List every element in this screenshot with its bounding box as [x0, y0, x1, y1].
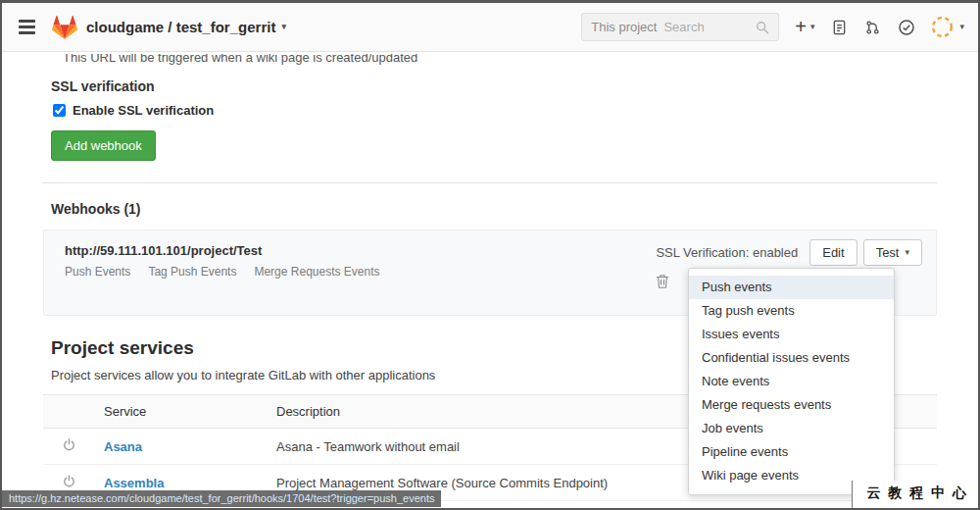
status-column-header [43, 395, 94, 429]
section-divider [43, 182, 937, 183]
chevron-down-icon: ▾ [959, 23, 964, 31]
ssl-verification-heading: SSL verification [51, 78, 929, 94]
plus-icon: + [795, 16, 807, 38]
power-icon [63, 438, 75, 451]
ssl-checkbox-label: Enable SSL verification [73, 103, 214, 118]
service-link[interactable]: Asana [104, 439, 142, 454]
test-webhook-button[interactable]: Test ▾ [863, 239, 922, 266]
ssl-verification-checkbox[interactable] [53, 104, 66, 117]
project-breadcrumb[interactable]: cloudgame / test_for_gerrit ▾ [86, 19, 286, 35]
menu-item-push-events[interactable]: Push events [689, 276, 894, 299]
webhook-event-label: Push Events [65, 265, 130, 279]
project-title-text: cloudgame / test_for_gerrit [86, 19, 275, 35]
trash-icon [656, 274, 669, 289]
service-status-cell [43, 429, 94, 465]
search-box[interactable]: This project [581, 13, 779, 41]
test-trigger-menu: Push events Tag push events Issues event… [688, 268, 895, 495]
search-icon [756, 21, 769, 34]
test-button-label: Test [876, 245, 900, 260]
menu-item-job-events[interactable]: Job events [689, 417, 894, 440]
menu-item-tag-push-events[interactable]: Tag push events [689, 299, 894, 323]
browser-viewport: cloudgame / test_for_gerrit ▾ This proje… [0, 0, 980, 510]
webhook-actions: SSL Verification: enabled Edit Test ▾ [656, 239, 922, 266]
ssl-verification-row: Enable SSL verification [53, 103, 929, 118]
search-context-label: This project [591, 20, 657, 34]
webhook-event-label: Tag Push Events [148, 265, 236, 279]
clipped-hint-row: This URL will be triggered when a wiki p… [63, 54, 929, 66]
link-preview-statusbar: https://g.hz.netease.com/cloudgame/test_… [2, 490, 441, 507]
new-dropdown-button[interactable]: + ▾ [795, 16, 814, 38]
menu-toggle-button[interactable] [10, 12, 44, 42]
gitlab-logo-icon[interactable] [52, 16, 77, 39]
merge-requests-icon[interactable] [864, 19, 881, 36]
chevron-down-icon: ▾ [905, 248, 909, 257]
power-icon [63, 475, 75, 487]
menu-item-merge-requests-events[interactable]: Merge requests events [689, 393, 894, 417]
webhook-event-label: Merge Requests Events [254, 265, 379, 279]
chevron-down-icon: ▾ [281, 23, 286, 31]
todos-icon[interactable] [898, 19, 915, 36]
edit-webhook-button[interactable]: Edit [809, 239, 857, 266]
webhooks-heading: Webhooks (1) [51, 201, 929, 217]
menu-item-issues-events[interactable]: Issues events [689, 323, 894, 346]
delete-webhook-button[interactable] [656, 274, 669, 289]
service-column-header: Service [94, 395, 267, 429]
service-link[interactable]: Assembla [104, 476, 164, 490]
issues-icon[interactable] [831, 19, 848, 36]
avatar-spinner[interactable] [931, 16, 954, 38]
menu-item-pipeline-events[interactable]: Pipeline events [689, 440, 894, 464]
menu-item-note-events[interactable]: Note events [689, 370, 894, 393]
ssl-status-text: SSL Verification: enabled [656, 245, 798, 260]
watermark-badge: 云 教 程 中 心 [852, 481, 978, 508]
wiki-hook-hint-text: This URL will be triggered when a wiki p… [63, 54, 929, 65]
add-webhook-button[interactable]: Add webhook [51, 130, 156, 161]
chevron-down-icon: ▾ [810, 23, 815, 31]
menu-item-confidential-issues-events[interactable]: Confidential issues events [689, 346, 894, 370]
search-input[interactable] [663, 20, 744, 34]
top-navbar: cloudgame / test_for_gerrit ▾ This proje… [2, 3, 978, 52]
